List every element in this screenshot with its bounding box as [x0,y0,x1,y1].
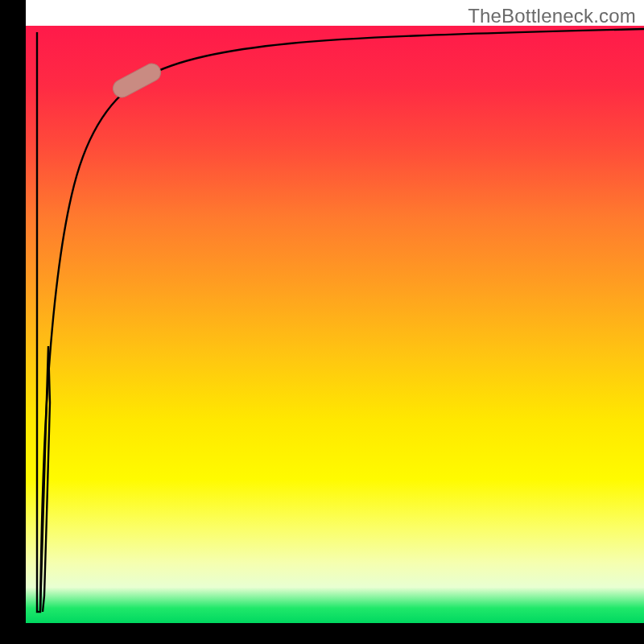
attribution-label: TheBottleneck.com [468,5,636,27]
y-axis-bar [0,0,26,644]
plot-gradient-background [26,26,644,623]
chart-canvas: TheBottleneck.com [0,0,644,644]
x-axis-bar [0,623,644,644]
